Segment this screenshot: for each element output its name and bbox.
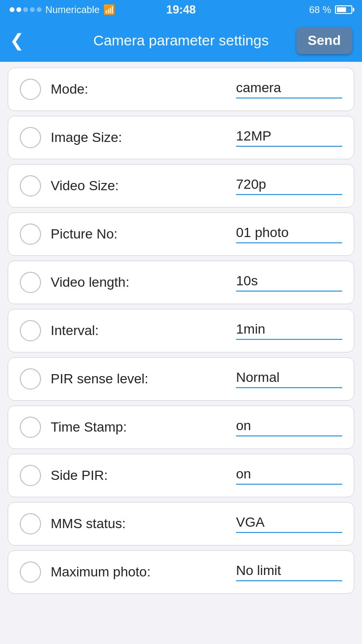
send-button[interactable]: Send xyxy=(296,27,352,54)
row-radio[interactable] xyxy=(20,272,41,293)
row-value: No limit xyxy=(236,563,281,578)
setting-row[interactable]: Interval:1min xyxy=(8,309,354,352)
row-label: PIR sense level: xyxy=(51,371,226,387)
setting-row[interactable]: Picture No:01 photo xyxy=(8,212,354,256)
back-chevron-icon: ❮ xyxy=(10,32,24,49)
row-radio[interactable] xyxy=(20,417,41,438)
row-underline xyxy=(236,435,342,436)
row-label: Picture No: xyxy=(51,226,226,242)
row-underline xyxy=(236,98,342,98)
row-underline xyxy=(236,484,342,485)
row-value: on xyxy=(236,418,251,434)
row-radio[interactable] xyxy=(20,561,41,583)
setting-row[interactable]: Video length:10s xyxy=(8,261,354,304)
signal-dot-5 xyxy=(37,7,42,12)
row-label: Time Stamp: xyxy=(51,420,226,435)
row-value-container: 1min xyxy=(236,322,342,340)
row-value-container: 12MP xyxy=(236,128,342,147)
setting-row[interactable]: MMS status:VGA xyxy=(8,502,354,546)
status-left: Numericable 📶 xyxy=(10,4,115,15)
row-radio[interactable] xyxy=(20,465,41,486)
row-radio[interactable] xyxy=(20,175,41,196)
row-label: Interval: xyxy=(51,323,226,338)
settings-content: Mode:cameraImage Size:12MPVideo Size:720… xyxy=(0,62,362,600)
status-right: 68 % xyxy=(309,4,352,15)
row-underline xyxy=(236,580,342,581)
carrier-label: Numericable xyxy=(45,4,99,15)
row-underline xyxy=(236,339,342,340)
row-underline xyxy=(236,532,342,533)
row-label: Maximum photo: xyxy=(51,564,226,580)
row-value-container: 720p xyxy=(236,177,342,195)
row-underline xyxy=(236,291,342,292)
battery-fill xyxy=(337,7,346,12)
status-time: 19:48 xyxy=(166,3,195,16)
setting-row[interactable]: Side PIR:on xyxy=(8,454,354,497)
row-radio[interactable] xyxy=(20,368,41,390)
row-label: Video Size: xyxy=(51,178,226,194)
nav-bar: ❮ Camera parameter settings Send xyxy=(0,19,362,62)
row-underline xyxy=(236,194,342,195)
nav-title: Camera parameter settings xyxy=(93,32,269,49)
row-value-container: No limit xyxy=(236,563,342,581)
row-value-container: VGA xyxy=(236,515,342,533)
row-label: Image Size: xyxy=(51,130,226,145)
row-label: Side PIR: xyxy=(51,468,226,483)
row-value: 01 photo xyxy=(236,225,289,240)
row-radio[interactable] xyxy=(20,79,41,100)
row-value: 10s xyxy=(236,273,258,289)
row-label: Video length: xyxy=(51,275,226,290)
row-value-container: 01 photo xyxy=(236,225,342,243)
row-underline xyxy=(236,387,342,388)
signal-dot-4 xyxy=(30,7,35,12)
back-button[interactable]: ❮ xyxy=(10,32,26,49)
row-value-container: camera xyxy=(236,80,342,98)
row-value: camera xyxy=(236,80,281,96)
row-radio[interactable] xyxy=(20,127,41,148)
signal-dots xyxy=(10,7,42,12)
row-value: on xyxy=(236,466,251,482)
battery-icon-container xyxy=(335,5,352,14)
row-value: 12MP xyxy=(236,128,271,144)
signal-dot-2 xyxy=(16,7,21,12)
row-underline xyxy=(236,146,342,147)
row-value-container: on xyxy=(236,466,342,485)
row-radio[interactable] xyxy=(20,513,41,534)
row-value-container: 10s xyxy=(236,273,342,292)
wifi-icon: 📶 xyxy=(103,4,115,15)
setting-row[interactable]: PIR sense level:Normal xyxy=(8,357,354,401)
row-value: VGA xyxy=(236,515,265,530)
status-bar: Numericable 📶 19:48 68 % xyxy=(0,0,362,19)
row-value: Normal xyxy=(236,370,279,385)
row-radio[interactable] xyxy=(20,320,41,341)
setting-row[interactable]: Time Stamp:on xyxy=(8,406,354,449)
row-value: 720p xyxy=(236,177,266,192)
signal-dot-1 xyxy=(10,7,14,12)
row-value-container: Normal xyxy=(236,370,342,388)
row-value: 1min xyxy=(236,322,265,337)
setting-row[interactable]: Mode:camera xyxy=(8,68,354,111)
row-underline xyxy=(236,242,342,243)
battery-percent: 68 % xyxy=(309,4,331,15)
signal-dot-3 xyxy=(23,7,28,12)
row-label: Mode: xyxy=(51,82,226,97)
setting-row[interactable]: Image Size:12MP xyxy=(8,116,354,159)
row-radio[interactable] xyxy=(20,224,41,245)
row-label: MMS status: xyxy=(51,516,226,532)
setting-row[interactable]: Maximum photo:No limit xyxy=(8,550,354,594)
setting-row[interactable]: Video Size:720p xyxy=(8,164,354,208)
row-value-container: on xyxy=(236,418,342,436)
battery-icon xyxy=(335,5,352,14)
